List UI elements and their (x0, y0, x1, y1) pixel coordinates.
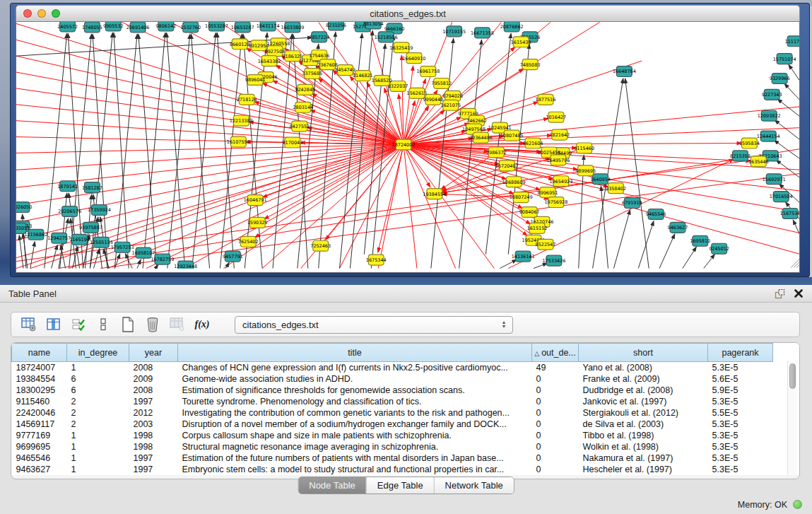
table-cell[interactable]: 5.3E-5 (708, 430, 773, 441)
table-cell[interactable]: 2 (67, 407, 129, 419)
graph-node[interactable]: 1167534 (780, 209, 800, 219)
graph-node[interactable]: 16033809 (281, 22, 304, 33)
graph-node[interactable]: 1615439 (511, 37, 531, 47)
graph-node[interactable]: 2026050 (16, 202, 32, 213)
tab-edge-table[interactable]: Edge Table (366, 477, 434, 493)
graph-node[interactable]: 9905532 (103, 22, 124, 31)
graph-node[interactable]: 9457791 (223, 251, 243, 262)
graph-node[interactable]: 7485083 (520, 59, 541, 70)
table-cell[interactable]: 0 (532, 452, 579, 464)
graph-node[interactable]: 9115460 (574, 143, 594, 153)
graph-node[interactable]: 8522547 (536, 239, 556, 250)
table-cell[interactable]: 0 (532, 373, 579, 385)
graph-node[interactable]: 8813054 (363, 22, 384, 29)
column-header-name[interactable]: name (12, 344, 67, 362)
table-cell[interactable]: Estimation of significance thresholds fo… (178, 385, 532, 396)
table-cell[interactable]: 5.3E-5 (708, 452, 773, 464)
graph-node[interactable]: 1821642 (549, 129, 570, 140)
graph-node[interactable]: 9896041 (245, 75, 266, 86)
column-header-short[interactable]: short (579, 344, 708, 362)
table-cell[interactable]: 9465546 (12, 452, 67, 464)
table-cell[interactable]: Wolkin et al. (1998) (579, 441, 708, 452)
table-cell[interactable]: 1 (67, 452, 129, 464)
table-cell[interactable]: 1 (67, 362, 129, 374)
function-builder-button[interactable]: f(x) (194, 317, 210, 332)
graph-node[interactable]: 1748055 (82, 22, 102, 33)
graph-node[interactable]: 1621075 (440, 100, 461, 110)
table-mode-button[interactable] (21, 317, 37, 332)
graph-node[interactable]: 1675344 (366, 255, 387, 265)
table-row[interactable]: 1872400712008Changes of HCN gene express… (12, 362, 800, 374)
graph-node[interactable]: 14136141 (512, 251, 535, 262)
table-cell[interactable]: 1997 (129, 452, 178, 464)
table-cell[interactable]: 5.5E-5 (708, 407, 773, 419)
tab-node-table[interactable]: Node Table (298, 477, 366, 493)
graph-node[interactable]: 8621604 (523, 138, 543, 148)
graph-node[interactable]: 9806142 (155, 22, 176, 31)
table-cell[interactable]: 49 (532, 362, 579, 374)
table-cell[interactable]: Embryonic stem cells: a model to study s… (178, 464, 532, 475)
graph-node[interactable]: 16325419 (390, 42, 413, 53)
graph-node[interactable]: 8215358 (730, 151, 751, 161)
table-row[interactable]: 1938455462009Genome-wide association stu… (12, 373, 800, 385)
table-cell[interactable]: 5.9E-5 (708, 385, 773, 396)
graph-node[interactable]: 8231056 (326, 22, 346, 30)
graph-node[interactable]: 7986372 (486, 147, 507, 158)
minimize-window-button[interactable] (37, 9, 46, 18)
graph-node[interactable]: 3375685 (302, 69, 322, 79)
graph-node[interactable]: 7252463 (310, 240, 331, 251)
graph-node[interactable]: 1635446 (748, 156, 769, 167)
table-cell[interactable]: 1997 (129, 464, 178, 475)
column-visibility-button[interactable] (46, 317, 61, 332)
graph-node[interactable]: 9084067 (519, 207, 540, 218)
graph-node[interactable]: 1590325 (247, 217, 268, 228)
table-cell[interactable]: 2009 (129, 373, 178, 385)
graph-node[interactable]: 1016427 (546, 112, 566, 122)
graph-node[interactable]: 17957253 (111, 242, 134, 252)
graph-node[interactable]: 1145194 (69, 234, 90, 245)
network-canvas[interactable]: 2405572174805599055322069140698061421532… (16, 22, 800, 273)
graph-node[interactable]: 1695810 (690, 235, 710, 246)
graph-node[interactable]: 9227343 (762, 89, 782, 100)
table-cell[interactable]: 9699695 (12, 441, 67, 452)
graph-node[interactable]: 12444154 (757, 131, 780, 141)
graph-node[interactable]: 15751074 (773, 54, 796, 64)
graph-node[interactable]: 9358402 (606, 183, 626, 194)
table-cell[interactable]: Stergiakouli et al. (2012) (579, 407, 708, 419)
graph-node[interactable]: 10553287 (205, 22, 228, 31)
table-cell[interactable]: Changes of HCN gene expression and I(f) … (178, 362, 532, 374)
table-cell[interactable]: Disruption of a novel member of a sodium… (178, 419, 532, 430)
table-cell[interactable]: Tourette syndrome. Phenomenology and cla… (178, 396, 532, 407)
table-cell[interactable]: 0 (532, 430, 579, 441)
delete-button[interactable] (145, 317, 160, 332)
table-cell[interactable]: 9463627 (12, 464, 67, 475)
scrollbar-thumb[interactable] (789, 363, 796, 389)
table-cell[interactable]: 1 (67, 430, 129, 441)
graph-node[interactable]: 9242845 (295, 84, 315, 95)
table-cell[interactable]: Corpus callosum shape and size in male p… (178, 430, 532, 441)
table-cell[interactable]: 14569117 (12, 419, 67, 430)
graph-node[interactable]: 16648784 (613, 66, 636, 77)
table-cell[interactable]: 2008 (129, 385, 178, 396)
table-select-dropdown[interactable]: citations_edges.txt ▲▼ (235, 316, 513, 334)
node-attribute-table[interactable]: namein_degreeyeartitle△out_de...shortpag… (11, 343, 800, 475)
graph-node[interactable]: 2405572 (57, 22, 78, 32)
tab-network-table[interactable]: Network Table (434, 477, 514, 493)
graph-node[interactable]: 16671358 (471, 28, 494, 38)
float-panel-button[interactable] (775, 288, 785, 299)
table-cell[interactable]: 2003 (129, 419, 178, 430)
graph-node[interactable]: 10719155 (442, 26, 466, 37)
table-cell[interactable]: 19384554 (12, 373, 67, 385)
zoom-window-button[interactable] (52, 9, 60, 18)
table-cell[interactable]: 1997 (129, 396, 178, 407)
table-row[interactable]: 2242004622012Investigating the contribut… (12, 407, 800, 419)
table-cell[interactable]: 1 (67, 464, 129, 475)
graph-node[interactable]: 12942757 (47, 233, 71, 243)
table-cell[interactable]: 6 (67, 385, 129, 396)
table-cell[interactable]: 0 (532, 419, 579, 430)
graph-node[interactable]: 16107552 (227, 136, 250, 147)
table-cell[interactable]: 6 (67, 373, 129, 385)
table-cell[interactable]: 18300295 (12, 385, 67, 396)
table-cell[interactable]: Dudbridge et al. (2008) (579, 385, 708, 396)
new-document-button[interactable] (120, 317, 136, 332)
